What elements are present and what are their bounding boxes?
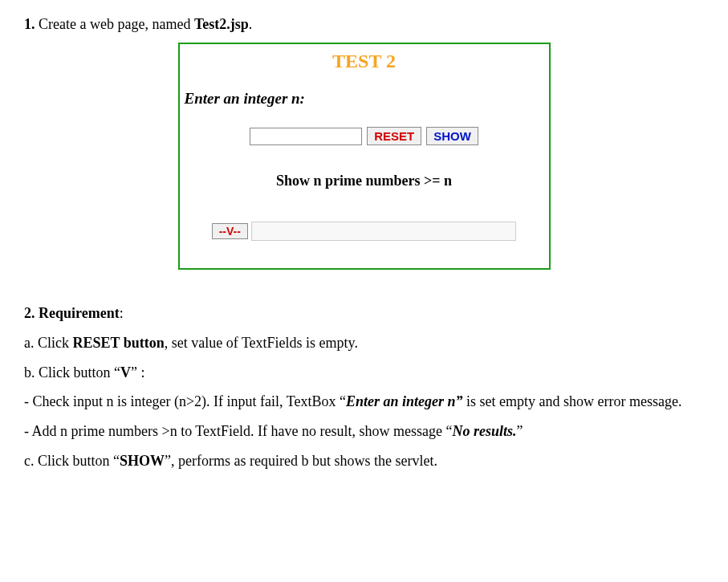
req-b2-pre: - Add n prime numbers >n to TextField. I…: [24, 423, 452, 439]
input-row: RESET SHOW: [180, 127, 549, 145]
req-a-bold: RESET button: [73, 335, 165, 351]
req-b1-post: is set empty and show error message.: [466, 393, 681, 409]
req-b2-ital: No results.: [452, 423, 516, 439]
form-container: TEST 2 Enter an integer n: RESET SHOW Sh…: [178, 43, 551, 270]
requirement-heading: 2. Requirement:: [24, 302, 704, 325]
prime-subheading: Show n prime numbers >= n: [180, 173, 549, 189]
result-field[interactable]: [251, 222, 516, 241]
req-c-bold: SHOW: [120, 453, 165, 469]
req-b-post: ” :: [131, 364, 145, 381]
filename: Test2.jsp: [194, 16, 249, 32]
v-button[interactable]: --V--: [212, 223, 248, 239]
req-b2-post: ”: [516, 423, 523, 439]
show-button[interactable]: SHOW: [426, 127, 478, 145]
req-c: c. Click button “SHOW”, performs as requ…: [24, 450, 704, 473]
reset-button[interactable]: RESET: [367, 127, 421, 145]
input-prompt: Enter an integer n:: [180, 87, 549, 127]
req-colon: :: [120, 305, 124, 321]
form-title: TEST 2: [180, 51, 549, 72]
item-number-2: 2.: [24, 305, 39, 321]
req-b: b. Click button “V” :: [24, 361, 704, 385]
period: .: [249, 16, 253, 32]
req-b-pre: b. Click button “: [24, 364, 120, 381]
req-b1-pre: - Check input n is integer (n>2). If inp…: [24, 393, 346, 409]
integer-input[interactable]: [250, 128, 362, 145]
req-b1: - Check input n is integer (n>2). If inp…: [24, 390, 704, 413]
text-create: Create a web page, named: [39, 16, 194, 32]
item-number-1: 1.: [24, 16, 39, 32]
req-a-post: , set value of TextFields is empty.: [165, 335, 358, 351]
req-b1-ital: Enter an integer n”: [346, 393, 466, 409]
req-c-post: ”, performs as required b but shows the …: [165, 453, 437, 469]
requirement-word: Requirement: [39, 305, 120, 321]
requirement-section: 2. Requirement: a. Click RESET button, s…: [24, 302, 704, 473]
req-b-bold: V: [120, 364, 131, 381]
req-a-pre: a. Click: [24, 335, 73, 351]
req-b2: - Add n prime numbers >n to TextField. I…: [24, 420, 704, 443]
instruction-line-1: 1. Create a web page, named Test2.jsp.: [24, 16, 704, 33]
req-a: a. Click RESET button, set value of Text…: [24, 332, 704, 355]
req-c-pre: c. Click button “: [24, 453, 120, 469]
